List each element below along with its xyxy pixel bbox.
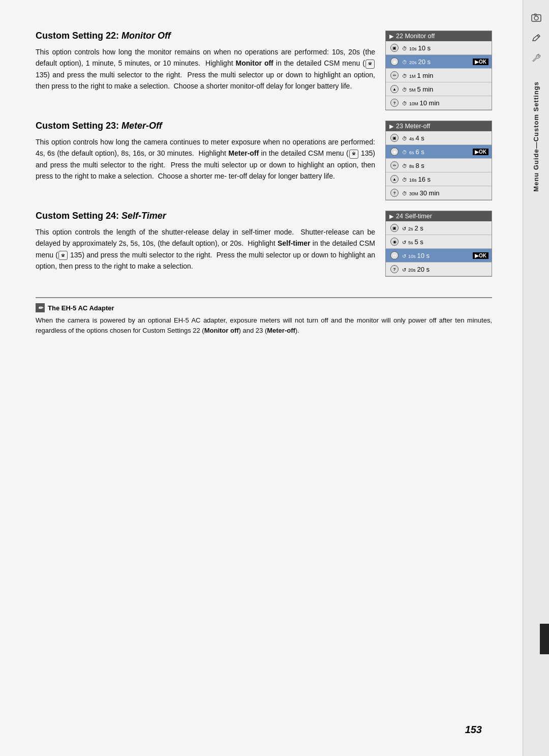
- sub-22-2: 20s: [409, 60, 417, 65]
- sub-23-2: 6s: [409, 150, 414, 155]
- sub-23-3: 8s: [409, 164, 414, 169]
- label-23-3: 8 s: [416, 162, 424, 169]
- camera-icon-22-1: ▣: [390, 44, 399, 52]
- note-title: ✏ The EH-5 AC Adapter: [36, 303, 492, 312]
- note-box: ✏ The EH-5 AC Adapter When the camera is…: [36, 297, 492, 336]
- dot-icon-23-2: ◉: [390, 148, 399, 156]
- heading-23: Custom Setting 23: Meter-Off: [36, 121, 375, 131]
- row-icon-22-1: ▣: [389, 42, 400, 53]
- menu-row-23-5[interactable]: ? ⏱30M 30 min: [386, 186, 492, 200]
- menu-panel-22: ▶ 22 Monitor off ▣ ⏱10s 10 s: [385, 31, 492, 110]
- menu-panel-23-header: ▶ 23 Meter-off: [386, 121, 492, 131]
- row-text-23-5: ⏱30M 30 min: [402, 189, 489, 197]
- heading-22: Custom Setting 22: Monitor Off: [36, 31, 375, 41]
- section-22: Custom Setting 22: Monitor Off This opti…: [36, 31, 492, 110]
- ok-badge-22-2: ▶OK: [473, 59, 489, 65]
- heading-24: Custom Setting 24: Self-Timer: [36, 211, 375, 221]
- label-23-4: 16 s: [418, 176, 431, 183]
- menu-row-23-1[interactable]: ▣ ⏱4s 4 s: [386, 131, 492, 145]
- row-text-23-3: ⏱8s 8 s: [402, 162, 489, 169]
- play-icon-22: ▶: [389, 33, 393, 40]
- timer-22-1: ⏱: [402, 46, 407, 51]
- label-24-2: 5 s: [415, 238, 423, 246]
- row-icon-23-3: ✏: [389, 160, 400, 171]
- row-icon-22-3: ✏: [389, 70, 400, 81]
- menu-row-23-2[interactable]: ◉ ⏱6s 6 s ▶OK: [386, 145, 492, 159]
- note-body: When the camera is powered by an optiona…: [36, 315, 492, 336]
- csm-icon-23: ※: [349, 150, 358, 159]
- menu-row-24-2[interactable]: ◉ ↺5s 5 s: [386, 235, 492, 249]
- sub-22-1: 10s: [409, 46, 417, 51]
- row-text-24-1: ↺2s 2 s: [402, 224, 489, 232]
- menu-panel-24-header: ▶ 24 Self-timer: [386, 211, 492, 221]
- menu-panel-22-header: ▶ 22 Monitor off: [386, 31, 492, 41]
- sub-22-5: 10M: [409, 101, 418, 106]
- row-text-23-4: ⏱16s 16 s: [402, 176, 489, 183]
- section-23: Custom Setting 23: Meter-Off This option…: [36, 121, 492, 200]
- row-text-24-4: ↺20s 20 s: [402, 266, 489, 273]
- menu-panel-23-container: ▶ 23 Meter-off ▣ ⏱4s 4 s: [385, 121, 492, 200]
- menu-row-23-4[interactable]: ▲ ⏱16s 16 s: [386, 172, 492, 186]
- ok-badge-24-3: ▶OK: [473, 252, 489, 259]
- timer-22-4: ⏱: [402, 87, 407, 93]
- sidebar-icon-camera: [529, 10, 544, 25]
- section-23-text: Custom Setting 23: Meter-Off This option…: [36, 121, 375, 182]
- row-icon-24-1: ▣: [389, 222, 400, 234]
- question-icon-23-5: ?: [390, 189, 399, 197]
- row-icon-23-1: ▣: [389, 132, 400, 143]
- row-icon-24-2: ◉: [389, 236, 400, 247]
- row-text-23-1: ⏱4s 4 s: [402, 134, 489, 142]
- menu-row-22-2[interactable]: ◉ ⏱20s 20 s ▶OK: [386, 55, 492, 69]
- timer-23-2: ⏱: [402, 150, 407, 155]
- label-24-4: 20 s: [417, 266, 430, 273]
- sub-22-3: 1M: [409, 74, 416, 79]
- sidebar-black-block: [540, 624, 549, 654]
- timer-22-2: ⏱: [402, 60, 407, 65]
- row-icon-23-2: ◉: [389, 146, 400, 157]
- menu-row-24-3[interactable]: ✏ ↺10s 10 s ▶OK: [386, 249, 492, 263]
- pencil-icon-22-3: ✏: [390, 71, 399, 79]
- csm-icon-24: ※: [58, 251, 68, 260]
- question-icon-24-4: ?: [390, 265, 399, 273]
- row-icon-22-4: ▲: [389, 83, 400, 95]
- row-text-22-3: ⏱1M 1 min: [402, 72, 489, 79]
- menu-row-22-4[interactable]: ▲ ⏱5M 5 min: [386, 82, 492, 96]
- sub-22-4: 5M: [409, 88, 416, 93]
- sub-24-3: 10s: [408, 254, 416, 259]
- menu-panel-24-container: ▶ 24 Self-timer ▣ ↺2s 2 s: [385, 211, 492, 277]
- sub-23-4: 16s: [409, 178, 417, 183]
- sidebar-vertical-text: Menu Guide—Custom Settings: [532, 81, 540, 192]
- section-22-text: Custom Setting 22: Monitor Off This opti…: [36, 31, 375, 92]
- timer-24-2: ↺: [402, 240, 406, 245]
- row-text-22-5: ⏱10M 10 min: [402, 99, 489, 107]
- timer-23-1: ⏱: [402, 136, 407, 141]
- pencil-icon-24-3: ✏: [390, 251, 399, 259]
- timer-24-4: ↺: [402, 267, 406, 273]
- triangle-icon-23-4: ▲: [390, 175, 399, 183]
- row-text-22-4: ⏱5M 5 min: [402, 85, 489, 93]
- dot-icon-24-2: ◉: [390, 238, 399, 246]
- section-24: Custom Setting 24: Self-Timer This optio…: [36, 211, 492, 277]
- camera-icon-24-1: ▣: [390, 224, 399, 232]
- label-22-1: 10 s: [418, 44, 431, 52]
- menu-row-23-3[interactable]: ✏ ⏱8s 8 s: [386, 159, 492, 172]
- menu-row-24-4[interactable]: ? ↺20s 20 s: [386, 263, 492, 276]
- camera-icon-23-1: ▣: [390, 134, 399, 142]
- timer-23-4: ⏱: [402, 177, 407, 183]
- page: Custom Setting 22: Monitor Off This opti…: [0, 0, 549, 756]
- row-text-24-2: ↺5s 5 s: [402, 238, 489, 246]
- triangle-icon-22-4: ▲: [390, 85, 399, 93]
- menu-row-22-1[interactable]: ▣ ⏱10s 10 s: [386, 41, 492, 55]
- menu-row-24-1[interactable]: ▣ ↺2s 2 s: [386, 221, 492, 235]
- sub-24-2: 5s: [408, 240, 413, 245]
- label-22-4: 5 min: [417, 85, 434, 93]
- label-22-3: 1 min: [417, 72, 434, 79]
- menu-row-22-5[interactable]: ? ⏱10M 10 min: [386, 96, 492, 110]
- menu-row-22-3[interactable]: ✏ ⏱1M 1 min: [386, 69, 492, 82]
- sidebar-icons: [529, 10, 544, 66]
- play-icon-23: ▶: [389, 123, 393, 130]
- label-22-5: 10 min: [420, 99, 440, 107]
- dot-icon-22-2: ◉: [390, 57, 399, 66]
- sidebar: Menu Guide—Custom Settings: [523, 0, 549, 756]
- sidebar-icon-wrench: [529, 51, 544, 66]
